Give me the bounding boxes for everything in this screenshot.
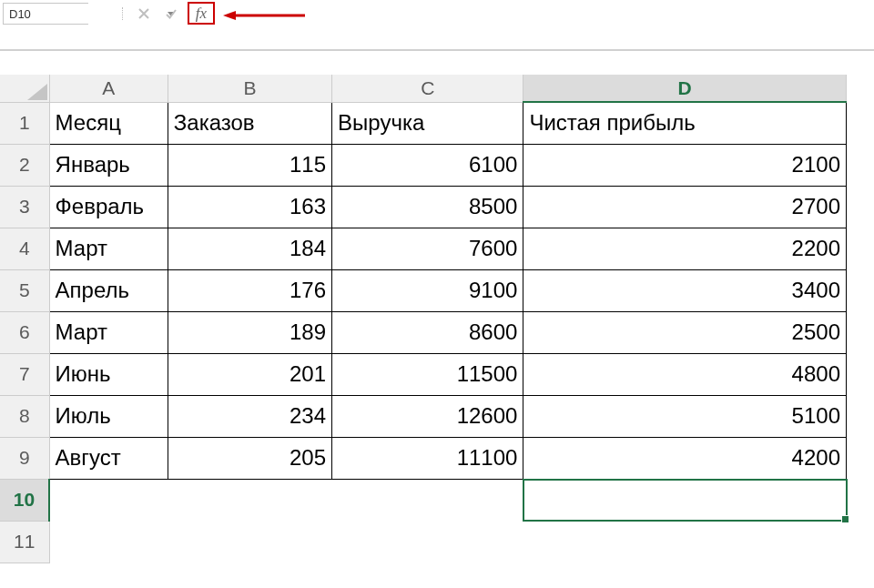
- cell[interactable]: [332, 479, 523, 521]
- cell-b1[interactable]: Заказов: [168, 102, 331, 144]
- cell[interactable]: Июль: [49, 395, 168, 437]
- row-header[interactable]: 1: [0, 102, 49, 144]
- row-header[interactable]: 5: [0, 269, 49, 311]
- row-header[interactable]: 4: [0, 228, 49, 269]
- table-row: 5 Апрель 176 9100 3400: [0, 269, 847, 311]
- cell[interactable]: 8600: [332, 311, 523, 353]
- active-cell-outline: [523, 479, 848, 522]
- column-header-d[interactable]: D: [523, 75, 847, 102]
- cell[interactable]: Январь: [49, 144, 168, 186]
- cell[interactable]: 8500: [332, 186, 523, 228]
- cell[interactable]: 201: [168, 353, 331, 395]
- column-header-row: A B C D: [0, 75, 847, 102]
- table-row: 6 Март 189 8600 2500: [0, 311, 847, 353]
- select-all-corner[interactable]: [0, 75, 49, 102]
- cell[interactable]: Апрель: [49, 269, 168, 311]
- table-row: 1 Месяц Заказов Выручка Чистая прибыль: [0, 102, 847, 144]
- cell[interactable]: 7600: [332, 228, 523, 269]
- cell[interactable]: 163: [168, 186, 331, 228]
- cell[interactable]: 9100: [332, 269, 523, 311]
- row-header[interactable]: 8: [0, 395, 49, 437]
- cell-d1[interactable]: Чистая прибыль: [523, 102, 847, 144]
- cell[interactable]: [168, 521, 331, 563]
- column-header-b[interactable]: B: [168, 75, 331, 102]
- cell[interactable]: 11100: [332, 437, 523, 479]
- cell[interactable]: 189: [168, 311, 331, 353]
- cell-c1[interactable]: Выручка: [332, 102, 523, 144]
- cell[interactable]: [523, 521, 847, 563]
- separator: [122, 7, 124, 20]
- row-header[interactable]: 9: [0, 437, 49, 479]
- cell[interactable]: 5100: [523, 395, 847, 437]
- cell[interactable]: 4800: [523, 353, 847, 395]
- cell[interactable]: Март: [49, 228, 168, 269]
- column-header-c[interactable]: C: [332, 75, 523, 102]
- row-header[interactable]: 2: [0, 144, 49, 186]
- cell[interactable]: 2100: [523, 144, 847, 186]
- table-row: 10: [0, 479, 847, 521]
- cell[interactable]: 205: [168, 437, 331, 479]
- cell[interactable]: Март: [49, 311, 168, 353]
- cell[interactable]: 2200: [523, 228, 847, 269]
- cell-d10[interactable]: [523, 479, 847, 521]
- table-row: 9 Август 205 11100 4200: [0, 437, 847, 479]
- cell[interactable]: 6100: [332, 144, 523, 186]
- cell[interactable]: 176: [168, 269, 331, 311]
- cell[interactable]: [168, 479, 331, 521]
- function-icon: fx: [196, 5, 207, 21]
- cell[interactable]: 3400: [523, 269, 847, 311]
- cancel-icon: [133, 3, 155, 25]
- table-row: 3 Февраль 163 8500 2700: [0, 186, 847, 228]
- name-box[interactable]: [3, 3, 88, 25]
- cell-a1[interactable]: Месяц: [49, 102, 168, 144]
- cell[interactable]: 4200: [523, 437, 847, 479]
- row-header[interactable]: 6: [0, 311, 49, 353]
- cell[interactable]: 11500: [332, 353, 523, 395]
- cell[interactable]: [332, 521, 523, 563]
- table-row: 4 Март 184 7600 2200: [0, 228, 847, 269]
- row-header[interactable]: 3: [0, 186, 49, 228]
- cell[interactable]: Февраль: [49, 186, 168, 228]
- row-header[interactable]: 11: [0, 521, 49, 563]
- table-row: 7 Июнь 201 11500 4800: [0, 353, 847, 395]
- enter-icon: [160, 3, 182, 25]
- spreadsheet-grid[interactable]: A B C D 1 Месяц Заказов Выручка Чистая п…: [0, 75, 847, 563]
- insert-function-button[interactable]: fx: [188, 2, 215, 25]
- cell[interactable]: 2500: [523, 311, 847, 353]
- row-header[interactable]: 7: [0, 353, 49, 395]
- row-header[interactable]: 10: [0, 479, 49, 521]
- cell[interactable]: 184: [168, 228, 331, 269]
- column-header-a[interactable]: A: [49, 75, 168, 102]
- cell[interactable]: [49, 521, 168, 563]
- formula-bar: fx: [0, 0, 874, 51]
- table-row: 11: [0, 521, 847, 563]
- cell[interactable]: [49, 479, 168, 521]
- table-row: 2 Январь 115 6100 2100: [0, 144, 847, 186]
- cell[interactable]: 2700: [523, 186, 847, 228]
- cell[interactable]: 12600: [332, 395, 523, 437]
- cell[interactable]: 115: [168, 144, 331, 186]
- cell[interactable]: 234: [168, 395, 331, 437]
- cell[interactable]: Июнь: [49, 353, 168, 395]
- formula-input[interactable]: [228, 3, 869, 25]
- table-row: 8 Июль 234 12600 5100: [0, 395, 847, 437]
- cell[interactable]: Август: [49, 437, 168, 479]
